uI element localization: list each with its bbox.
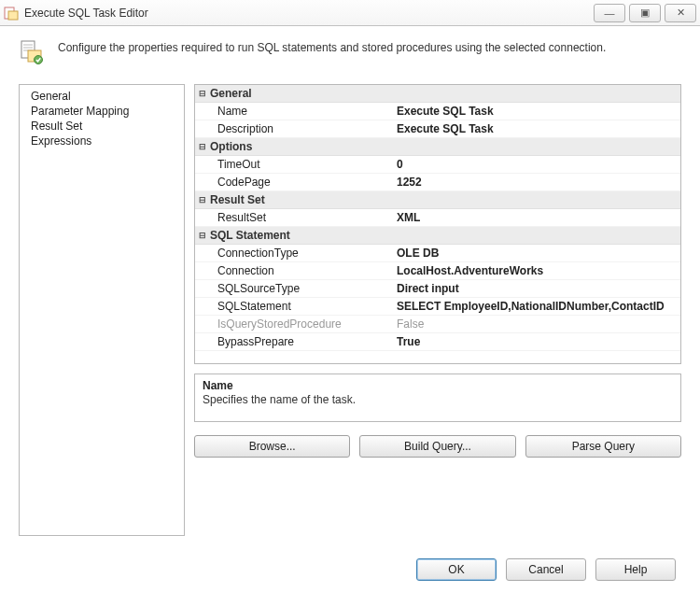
prop-connectiontype[interactable]: ConnectionType OLE DB: [195, 245, 680, 262]
prop-name[interactable]: Name Execute SQL Task: [195, 103, 680, 120]
window-title: Execute SQL Task Editor: [24, 7, 590, 20]
dialog-buttons: OK Cancel Help: [19, 558, 681, 581]
svg-rect-1: [8, 11, 18, 20]
cancel-button[interactable]: Cancel: [506, 558, 586, 581]
ok-button[interactable]: OK: [416, 558, 497, 581]
help-box: Name Specifies the name of the task.: [194, 374, 681, 422]
section-result-set[interactable]: ⊟ Result Set: [195, 191, 680, 209]
header-row: Configure the properties required to run…: [19, 39, 681, 65]
nav-item-parameter-mapping[interactable]: Parameter Mapping: [20, 104, 184, 119]
prop-isquerystoredprocedure: IsQueryStoredProcedure False: [195, 316, 680, 333]
sql-task-icon: [19, 39, 45, 65]
close-button[interactable]: ✕: [665, 4, 696, 22]
task-icon: [4, 6, 19, 21]
svg-point-4: [35, 56, 43, 64]
header-text: Configure the properties required to run…: [58, 39, 606, 54]
category-nav: General Parameter Mapping Result Set Exp…: [19, 84, 185, 536]
prop-codepage[interactable]: CodePage 1252: [195, 174, 680, 191]
maximize-button[interactable]: ▣: [629, 4, 661, 22]
help-title: Name: [203, 379, 673, 392]
prop-sqlsourcetype[interactable]: SQLSourceType Direct input: [195, 280, 680, 298]
help-button[interactable]: Help: [595, 558, 676, 581]
prop-sqlstatement[interactable]: SQLStatement SELECT EmployeeID,NationalI…: [195, 298, 680, 316]
prop-description[interactable]: Description Execute SQL Task: [195, 120, 680, 138]
help-description: Specifies the name of the task.: [203, 393, 673, 406]
section-general[interactable]: ⊟ General: [195, 85, 680, 103]
expand-icon[interactable]: ⊟: [195, 142, 210, 151]
expand-icon[interactable]: ⊟: [195, 89, 210, 98]
titlebar: Execute SQL Task Editor ― ▣ ✕: [0, 0, 700, 26]
prop-bypassprepare[interactable]: BypassPrepare True: [195, 333, 680, 351]
section-sql-statement[interactable]: ⊟ SQL Statement: [195, 227, 680, 245]
nav-item-general[interactable]: General: [20, 89, 184, 104]
prop-resultset[interactable]: ResultSet XML: [195, 209, 680, 227]
browse-button[interactable]: Browse...: [194, 435, 350, 458]
expand-icon[interactable]: ⊟: [195, 231, 210, 240]
nav-item-result-set[interactable]: Result Set: [20, 119, 184, 134]
section-options[interactable]: ⊟ Options: [195, 138, 680, 156]
minimize-button[interactable]: ―: [594, 4, 625, 22]
prop-connection[interactable]: Connection LocalHost.AdventureWorks: [195, 262, 680, 280]
nav-item-expressions[interactable]: Expressions: [20, 134, 184, 148]
parse-query-button[interactable]: Parse Query: [525, 435, 681, 458]
property-grid: ⊟ General Name Execute SQL Task Descript…: [194, 84, 681, 364]
expand-icon[interactable]: ⊟: [195, 195, 210, 204]
build-query-button[interactable]: Build Query...: [359, 435, 515, 458]
prop-timeout[interactable]: TimeOut 0: [195, 156, 680, 174]
